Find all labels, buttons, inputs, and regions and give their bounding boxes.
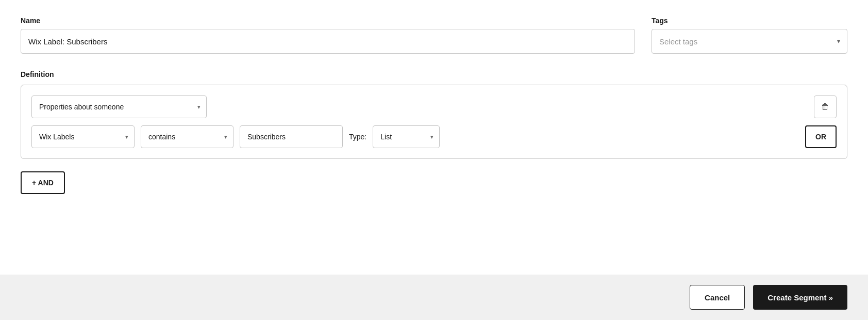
definition-box: Properties about someone Properties abou… xyxy=(21,85,847,159)
trash-icon: 🗑 xyxy=(821,102,829,111)
type-label: Type: xyxy=(349,133,366,141)
type-select[interactable]: List Text Number xyxy=(373,125,440,148)
footer-bar: Cancel Create Segment » xyxy=(0,275,868,320)
wix-labels-select-wrapper[interactable]: Wix Labels Email Phone ▾ xyxy=(31,125,135,148)
tags-select[interactable]: Select tags xyxy=(652,29,847,54)
name-label: Name xyxy=(21,17,635,25)
subscribers-input[interactable] xyxy=(240,125,343,148)
cancel-button[interactable]: Cancel xyxy=(690,285,745,310)
definition-label: Definition xyxy=(21,70,847,78)
or-button[interactable]: OR xyxy=(805,125,837,148)
wix-labels-select[interactable]: Wix Labels Email Phone xyxy=(31,125,135,148)
properties-select[interactable]: Properties about someone Properties abou… xyxy=(31,95,207,118)
contains-select-wrapper[interactable]: contains does not contain is is not ▾ xyxy=(141,125,233,148)
tags-select-wrapper[interactable]: Select tags ▾ xyxy=(652,29,847,54)
name-input[interactable] xyxy=(21,29,635,54)
contains-select[interactable]: contains does not contain is is not xyxy=(141,125,233,148)
create-segment-button[interactable]: Create Segment » xyxy=(753,285,847,310)
properties-select-wrapper[interactable]: Properties about someone Properties abou… xyxy=(31,95,207,118)
delete-button[interactable]: 🗑 xyxy=(814,95,837,118)
tags-label: Tags xyxy=(652,17,847,25)
and-button[interactable]: + AND xyxy=(21,171,65,194)
type-select-wrapper[interactable]: List Text Number ▾ xyxy=(373,125,440,148)
